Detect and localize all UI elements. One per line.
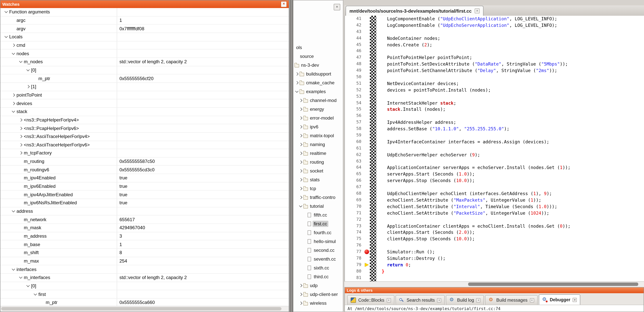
chevron-right-icon[interactable] <box>298 196 303 198</box>
code-line[interactable]: 67 <box>345 184 644 190</box>
tree-item-traffic-contro[interactable]: traffic-contro <box>294 193 343 202</box>
tree-item-energy[interactable]: energy <box>294 105 343 114</box>
code-line[interactable]: 58 address.SetBase ("10.1.1.0", "255.255… <box>345 126 644 132</box>
watch-row[interactable]: m_routing0x555555587c50 <box>0 157 289 166</box>
marker-margin[interactable] <box>364 178 370 184</box>
code-line[interactable]: 52 devices = pointToPoint.Install (nodes… <box>345 87 644 94</box>
tree-item-tutorial[interactable]: tutorial <box>294 202 343 210</box>
watch-row[interactable]: m_interfacesstd::vector of length 2, cap… <box>0 274 289 282</box>
chevron-right-icon[interactable] <box>298 293 303 295</box>
tree-item-examples[interactable]: examples <box>294 87 343 96</box>
chevron-right-icon[interactable] <box>11 44 16 46</box>
tree-item-hello-simul[interactable]: hello-simul <box>294 237 343 246</box>
scrollbar-thumb[interactable] <box>1 307 282 311</box>
chevron-right-icon[interactable] <box>298 134 303 137</box>
code-line[interactable]: 60 Ipv4InterfaceContainer interfaces = a… <box>345 139 644 145</box>
chevron-right-icon[interactable] <box>298 178 303 181</box>
chevron-down-icon[interactable] <box>11 110 16 113</box>
line-number[interactable]: 70 <box>345 203 364 210</box>
chevron-right-icon[interactable] <box>294 73 299 75</box>
line-number[interactable]: 81 <box>345 275 364 281</box>
marker-margin[interactable] <box>364 126 370 132</box>
marker-margin[interactable] <box>364 262 370 268</box>
marker-margin[interactable] <box>364 203 370 210</box>
chevron-down-icon[interactable] <box>4 36 8 38</box>
chevron-right-icon[interactable] <box>294 81 299 84</box>
marker-margin[interactable] <box>364 55 370 61</box>
line-number[interactable]: 44 <box>345 35 364 42</box>
log-tab-search-results[interactable]: Search results× <box>396 295 445 305</box>
code-line[interactable]: 73 ApplicationContainer clientApps = ech… <box>345 223 644 229</box>
watch-row[interactable]: pointToPoint <box>0 91 289 99</box>
code-line[interactable]: 75 clientApps.Stop (Seconds (10.0)); <box>345 236 644 242</box>
chevron-down-icon[interactable] <box>294 90 299 93</box>
tree-item-ns-3-dev[interactable]: ns-3-dev <box>294 61 343 69</box>
marker-margin[interactable] <box>364 236 370 242</box>
line-number[interactable]: 76 <box>345 242 364 249</box>
marker-margin[interactable] <box>364 87 370 94</box>
chevron-down-icon[interactable] <box>11 268 16 270</box>
watches-titlebar[interactable]: Watches × <box>0 0 289 8</box>
line-number[interactable]: 75 <box>345 236 364 242</box>
tree-item-buildsupport[interactable]: buildsupport <box>294 69 343 78</box>
tree-item-ols[interactable]: ols <box>294 43 343 52</box>
marker-margin[interactable] <box>364 275 370 281</box>
line-number[interactable]: 45 <box>345 42 364 48</box>
marker-margin[interactable] <box>364 184 370 190</box>
code-line[interactable]: 66 serverApps.Stop (Seconds (10.0)); <box>345 178 644 184</box>
line-number[interactable]: 66 <box>345 178 364 184</box>
line-number[interactable]: 67 <box>345 184 364 190</box>
marker-margin[interactable] <box>364 190 370 197</box>
tree-item-realtime[interactable]: realtime <box>294 149 343 157</box>
line-number[interactable]: 47 <box>345 55 364 61</box>
line-number[interactable]: 49 <box>345 67 364 74</box>
line-number[interactable]: 51 <box>345 80 364 87</box>
code-line[interactable]: 77 Simulator::Run (); <box>345 249 644 255</box>
line-number[interactable]: 71 <box>345 210 364 216</box>
line-number[interactable]: 60 <box>345 139 364 145</box>
marker-margin[interactable] <box>364 197 370 203</box>
code-line[interactable]: 50 <box>345 74 644 80</box>
close-icon[interactable]: × <box>334 4 340 10</box>
watch-row[interactable]: m_ptr0x5555555ca660 <box>0 299 289 306</box>
line-number[interactable]: 62 <box>345 152 364 158</box>
watch-row[interactable]: m_routingv60x5555555cd3c0 <box>0 166 289 174</box>
watch-row[interactable]: <ns3::AsciiTraceHelperForIpv6> <box>0 141 289 149</box>
close-icon[interactable]: × <box>281 1 287 7</box>
watch-row[interactable]: devices <box>0 99 289 108</box>
watch-row[interactable]: Locals <box>0 33 289 41</box>
chevron-right-icon[interactable] <box>11 102 16 104</box>
close-icon[interactable]: × <box>573 298 577 302</box>
marker-margin[interactable] <box>364 48 370 55</box>
line-number[interactable]: 58 <box>345 126 364 132</box>
watch-row[interactable]: m_ipv4ArpJitterEnabledtrue <box>0 191 289 199</box>
code-line[interactable]: 55 stack.Install (nodes); <box>345 106 644 113</box>
line-number[interactable]: 46 <box>345 48 364 55</box>
chevron-right-icon[interactable] <box>298 187 303 189</box>
watch-row[interactable]: m_max254 <box>0 257 289 265</box>
line-number[interactable]: 78 <box>345 255 364 262</box>
code-line[interactable]: 76 <box>345 242 644 249</box>
chevron-down-icon[interactable] <box>4 11 8 13</box>
line-number[interactable]: 52 <box>345 87 364 94</box>
code-line[interactable]: 59 <box>345 132 644 139</box>
watch-row[interactable]: cmd <box>0 41 289 49</box>
code-line[interactable]: 72 <box>345 216 644 223</box>
marker-margin[interactable] <box>364 16 370 22</box>
chevron-right-icon[interactable] <box>25 85 30 88</box>
chevron-right-icon[interactable] <box>18 127 23 129</box>
watch-row[interactable]: m_tcpFactory <box>0 149 289 157</box>
chevron-right-icon[interactable] <box>18 152 23 154</box>
chevron-down-icon[interactable] <box>11 210 16 212</box>
watch-row[interactable]: nodes <box>0 50 289 58</box>
logs-titlebar[interactable]: Logs & others <box>345 288 644 293</box>
tree-item-udp-client-ser[interactable]: udp-client-ser <box>294 290 343 299</box>
line-number[interactable]: 74 <box>345 229 364 236</box>
chevron-down-icon[interactable] <box>298 205 303 207</box>
line-number[interactable]: 57 <box>345 119 364 126</box>
watch-row[interactable]: m_base1 <box>0 241 289 249</box>
code-line[interactable]: 74 clientApps.Start (Seconds (2.0)); <box>345 229 644 236</box>
watch-row[interactable]: m_ipv4Enabledtrue <box>0 174 289 182</box>
line-number[interactable]: 50 <box>345 74 364 80</box>
line-number[interactable]: 68 <box>345 190 364 197</box>
